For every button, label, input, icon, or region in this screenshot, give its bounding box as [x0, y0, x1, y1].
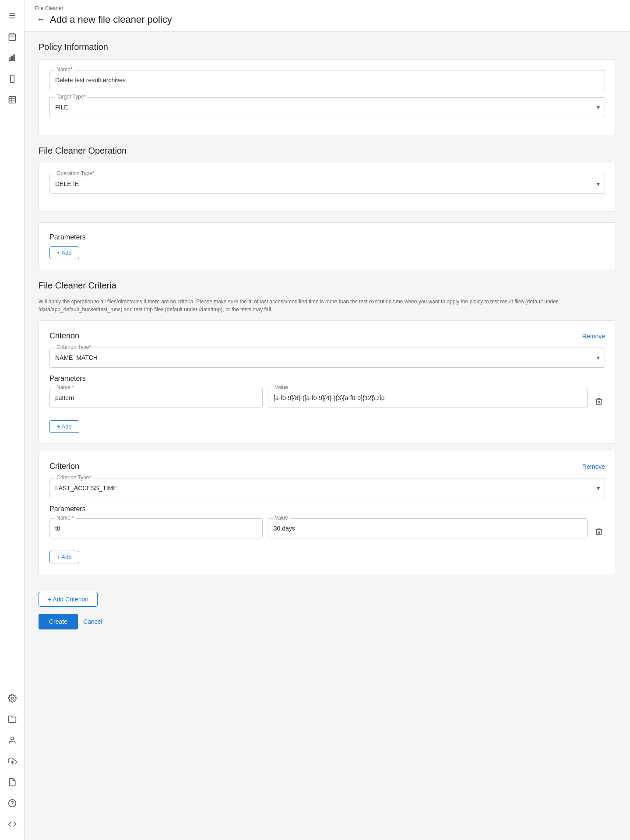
criterion-1-param-row: Name * Value [49, 388, 605, 415]
sidebar-phone-icon[interactable] [4, 70, 21, 88]
sidebar-settings-icon[interactable] [4, 689, 21, 707]
operation-title: File Cleaner Operation [39, 146, 616, 156]
sidebar-calendar-icon[interactable] [4, 28, 21, 46]
name-field: Name* [49, 70, 605, 90]
criterion-1-type-select[interactable]: NAME_MATCH LAST_ACCESS_TIME LAST_MODIFIE… [49, 348, 605, 368]
sidebar-list-icon[interactable]: ☰ [4, 7, 21, 25]
criterion-1-card: Criterion Remove Criterion Type* NAME_MA… [39, 320, 616, 444]
criterion-1-param-value-input[interactable] [268, 388, 588, 408]
criterion-1-param-delete-button[interactable] [593, 395, 605, 408]
criterion-2-param-row: Name * Value [49, 518, 605, 545]
sidebar-table-icon[interactable] [4, 91, 21, 109]
sidebar-folder-icon[interactable] [4, 710, 21, 728]
svg-rect-7 [13, 55, 14, 60]
svg-rect-5 [10, 58, 11, 61]
op-type-label: Operation Type* [55, 170, 96, 176]
svg-rect-10 [9, 97, 15, 103]
criterion-2-title: Criterion [49, 462, 79, 471]
target-type-label: Target Type* [55, 94, 88, 100]
target-type-select[interactable]: FILE DIRECTORY [49, 97, 605, 117]
sidebar-document-icon[interactable] [4, 773, 21, 791]
sidebar-person-icon[interactable] [4, 731, 21, 749]
op-type-select-wrapper: DELETE ARCHIVE ▾ [49, 174, 605, 194]
bottom-actions: + Add Criterion Create Cancel [39, 585, 616, 636]
breadcrumb: File Cleaner [35, 5, 619, 11]
criterion-2-param-name-input[interactable] [49, 518, 263, 538]
target-type-select-wrapper: FILE DIRECTORY ▾ [49, 97, 605, 117]
operation-card: Operation Type* DELETE ARCHIVE ▾ [39, 163, 616, 212]
sidebar-upload-icon[interactable] [4, 752, 21, 770]
criteria-info-text: Will apply the operation to all files/di… [39, 298, 616, 313]
criteria-section: File Cleaner Criteria Will apply the ope… [39, 281, 616, 636]
criterion-1-add-param-button[interactable]: + Add [49, 420, 79, 433]
page-title-row: ← Add a new file cleaner policy [35, 13, 619, 26]
parameters-section: Parameters + Add [39, 222, 616, 270]
parameters-title: Parameters [49, 233, 605, 241]
svg-rect-6 [11, 56, 13, 61]
criterion-1-params: Parameters Name * Value [49, 375, 605, 433]
criterion-2-card: Criterion Remove Criterion Type* NAME_MA… [39, 451, 616, 574]
svg-rect-0 [9, 34, 15, 40]
policy-info-title: Policy Information [39, 42, 616, 52]
criterion-1-header: Criterion Remove [49, 331, 605, 341]
svg-point-15 [11, 737, 14, 740]
criterion-2-param-name-label: Name * [55, 515, 76, 521]
criterion-2-add-param-button[interactable]: + Add [49, 551, 79, 563]
criterion-2-header: Criterion Remove [49, 462, 605, 471]
operation-section: File Cleaner Operation Operation Type* D… [39, 146, 616, 212]
parameters-card: Parameters + Add [39, 222, 616, 270]
action-row: Create Cancel [39, 614, 616, 629]
sidebar: ☰ [0, 0, 25, 840]
criterion-2-param-value-label: Value [273, 515, 290, 521]
sidebar-code-icon[interactable] [4, 815, 21, 833]
svg-point-14 [11, 697, 13, 699]
criterion-2-type-field: Criterion Type* NAME_MATCH LAST_ACCESS_T… [49, 478, 605, 498]
criterion-2-remove-button[interactable]: Remove [582, 463, 605, 470]
criterion-2-type-select[interactable]: NAME_MATCH LAST_ACCESS_TIME LAST_MODIFIE… [49, 478, 605, 498]
criterion-1-type-field: Criterion Type* NAME_MATCH LAST_ACCESS_T… [49, 348, 605, 368]
criterion-1-type-wrapper: NAME_MATCH LAST_ACCESS_TIME LAST_MODIFIE… [49, 348, 605, 368]
create-button[interactable]: Create [39, 614, 78, 629]
op-type-select[interactable]: DELETE ARCHIVE [49, 174, 605, 194]
sidebar-help-icon[interactable] [4, 794, 21, 812]
criterion-1-param-name-field: Name * [49, 388, 263, 408]
cancel-button[interactable]: Cancel [83, 618, 102, 625]
criterion-1-remove-button[interactable]: Remove [582, 333, 605, 340]
criterion-2-params-title: Parameters [49, 505, 605, 513]
criterion-1-param-value-label: Value [273, 384, 290, 390]
criterion-2-params: Parameters Name * Value [49, 505, 605, 563]
criterion-2-type-label: Criterion Type* [55, 474, 93, 481]
back-button[interactable]: ← [35, 13, 46, 26]
criterion-1-param-name-input[interactable] [49, 388, 263, 408]
main-content: File Cleaner ← Add a new file cleaner po… [25, 0, 630, 840]
sidebar-chart-icon[interactable] [4, 49, 21, 67]
criterion-2-param-value-input[interactable] [268, 518, 588, 538]
criterion-1-title: Criterion [49, 331, 79, 341]
target-type-field: Target Type* FILE DIRECTORY ▾ [49, 97, 605, 117]
criterion-1-param-name-label: Name * [55, 384, 76, 390]
add-parameter-button[interactable]: + Add [49, 246, 79, 259]
name-input[interactable] [49, 70, 605, 90]
op-type-field: Operation Type* DELETE ARCHIVE ▾ [49, 174, 605, 194]
criterion-1-type-label: Criterion Type* [55, 344, 93, 350]
add-criterion-button[interactable]: + Add Criterion [39, 592, 98, 607]
criterion-2-param-value-field: Value [268, 518, 588, 538]
criterion-1-param-value-field: Value [268, 388, 588, 408]
criterion-2-type-wrapper: NAME_MATCH LAST_ACCESS_TIME LAST_MODIFIE… [49, 478, 605, 498]
criteria-title: File Cleaner Criteria [39, 281, 616, 291]
criterion-2-param-name-field: Name * [49, 518, 263, 538]
svg-rect-8 [10, 75, 14, 83]
page-header: File Cleaner ← Add a new file cleaner po… [25, 0, 630, 32]
form-area: Policy Information Name* Target Type* FI… [25, 32, 630, 840]
policy-info-card: Name* Target Type* FILE DIRECTORY ▾ [39, 59, 616, 135]
criterion-1-params-title: Parameters [49, 375, 605, 383]
page-title: Add a new file cleaner policy [50, 14, 172, 25]
name-label: Name* [55, 67, 74, 73]
policy-information-section: Policy Information Name* Target Type* FI… [39, 42, 616, 135]
criterion-2-param-delete-button[interactable] [593, 526, 605, 538]
